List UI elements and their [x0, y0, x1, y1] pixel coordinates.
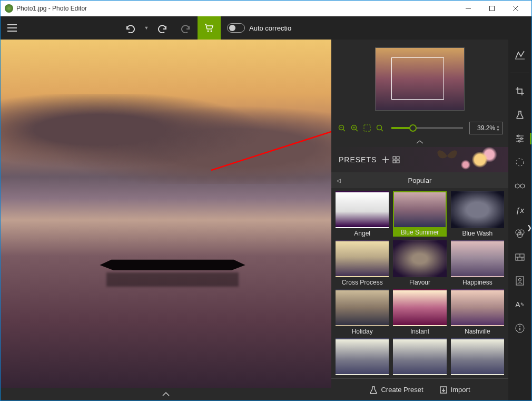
minimize-button[interactable] [456, 1, 480, 16]
preset-item-9[interactable] [336, 338, 389, 377]
preset-thumbnail [451, 191, 504, 228]
svg-rect-17 [364, 125, 370, 131]
preset-item-10[interactable] [393, 338, 446, 377]
navigator[interactable] [331, 40, 508, 119]
svg-point-7 [208, 31, 209, 32]
grid-view-icon[interactable] [392, 156, 400, 163]
flask-tool-icon[interactable] [512, 107, 528, 123]
preset-blue-summer[interactable]: Blue Summer [393, 191, 446, 237]
presets-header: PRESETS [331, 147, 508, 172]
preset-thumbnail [393, 338, 446, 375]
cart-button[interactable] [198, 16, 221, 40]
undo-button[interactable] [119, 16, 142, 40]
preset-instant[interactable]: Instant [393, 289, 446, 335]
svg-rect-1 [489, 6, 494, 11]
preset-cross-process[interactable]: Cross Process [336, 240, 389, 286]
canvas-footer[interactable] [1, 388, 331, 400]
crop-icon[interactable] [512, 83, 528, 99]
preset-thumbnail [336, 240, 389, 277]
preset-holiday[interactable]: Holiday [336, 289, 389, 335]
portrait-icon[interactable] [512, 273, 528, 289]
auto-correction-toggle[interactable] [227, 23, 245, 33]
redo-alt-button[interactable] [174, 16, 198, 40]
maximize-button[interactable] [480, 1, 504, 16]
create-preset-button[interactable]: Create Preset [369, 386, 423, 394]
window-titlebar: Photo1.jpg - Photo Editor [1, 1, 531, 16]
zoom-fit-icon[interactable] [362, 123, 372, 133]
collapse-navigator[interactable] [331, 138, 508, 147]
preset-thumbnail [451, 240, 504, 277]
app-icon [5, 4, 13, 13]
zoom-slider-thumb[interactable] [409, 124, 417, 132]
navigator-thumbnail[interactable] [375, 47, 465, 111]
expand-panel-icon[interactable]: ❯ [527, 224, 532, 231]
preset-thumbnail [451, 289, 504, 326]
side-panel: 39.2% ▲▼ PRESETS ◁ Popular AngelBlue Sum… [331, 40, 508, 400]
preset-angel[interactable]: Angel [336, 191, 389, 237]
top-toolbar: ▼ Auto correctio [1, 16, 531, 40]
undo-dropdown[interactable]: ▼ [142, 16, 151, 40]
svg-point-35 [515, 184, 519, 188]
preset-item-11[interactable] [451, 338, 504, 377]
sliders-icon[interactable] [512, 131, 528, 146]
selection-icon[interactable] [512, 154, 528, 170]
preset-nashville[interactable]: Nashville [451, 289, 504, 335]
zoom-in-icon[interactable] [349, 123, 360, 133]
preset-label: Angel [354, 230, 370, 237]
svg-line-14 [356, 129, 358, 131]
close-button[interactable] [504, 1, 527, 16]
histogram-icon[interactable] [512, 47, 528, 63]
preset-thumbnail [393, 191, 446, 228]
brick-icon[interactable] [512, 249, 528, 265]
preset-happiness[interactable]: Happiness [451, 240, 504, 286]
preset-thumbnail [393, 289, 446, 326]
canvas-area[interactable] [1, 40, 331, 400]
text-tool-icon[interactable]: A✎ [512, 297, 528, 312]
right-toolstrip: ƒx A✎ ❯ [508, 40, 531, 400]
svg-rect-22 [393, 157, 396, 159]
butterfly-icon [434, 147, 460, 169]
zoom-value: 39.2% [477, 124, 495, 132]
svg-point-47 [519, 279, 521, 281]
svg-point-34 [516, 159, 524, 166]
preset-label: Holiday [352, 328, 373, 335]
category-name: Popular [408, 177, 432, 184]
preset-thumbnail [336, 338, 389, 375]
menu-button[interactable] [1, 16, 24, 40]
preset-label: Nashville [465, 328, 490, 335]
category-selector[interactable]: ◁ Popular [331, 172, 508, 188]
preset-thumbnail [336, 289, 389, 326]
auto-correction-label: Auto correctio [249, 24, 291, 32]
presets-grid: AngelBlue SummerBlue WashCross ProcessFl… [331, 188, 508, 378]
navigator-viewport[interactable] [391, 57, 444, 100]
redo-button[interactable] [151, 16, 174, 40]
svg-line-19 [381, 129, 383, 131]
svg-rect-23 [397, 157, 399, 159]
svg-point-50 [519, 326, 520, 327]
add-preset-icon[interactable] [382, 156, 389, 163]
window-title: Photo1.jpg - Photo Editor [16, 5, 87, 12]
zoom-actual-icon[interactable] [375, 123, 385, 133]
presets-footer: Create Preset Import [331, 378, 508, 400]
preset-label: Cross Process [342, 279, 383, 286]
preset-thumbnail [393, 240, 446, 277]
glasses-icon[interactable] [512, 178, 528, 194]
fx-icon[interactable]: ƒx [512, 202, 528, 218]
zoom-slider[interactable] [391, 127, 463, 129]
import-label: Import [451, 386, 470, 394]
info-icon[interactable] [512, 320, 528, 336]
preset-label: Blue Wash [462, 230, 493, 237]
preset-label: Happiness [462, 279, 492, 286]
preset-label: Blue Summer [393, 228, 446, 237]
zoom-out-icon[interactable] [337, 123, 347, 133]
preset-flavour[interactable]: Flavour [393, 240, 446, 286]
import-button[interactable]: Import [439, 386, 470, 394]
preset-thumbnail [336, 191, 389, 228]
chevron-left-icon: ◁ [337, 178, 341, 183]
color-wheel-icon[interactable] [512, 226, 528, 241]
zoom-value-input[interactable]: 39.2% ▲▼ [469, 122, 503, 134]
flask-icon [369, 386, 378, 394]
zoom-controls: 39.2% ▲▼ [331, 119, 508, 138]
preset-label: Flavour [409, 279, 430, 286]
preset-blue-wash[interactable]: Blue Wash [451, 191, 504, 237]
